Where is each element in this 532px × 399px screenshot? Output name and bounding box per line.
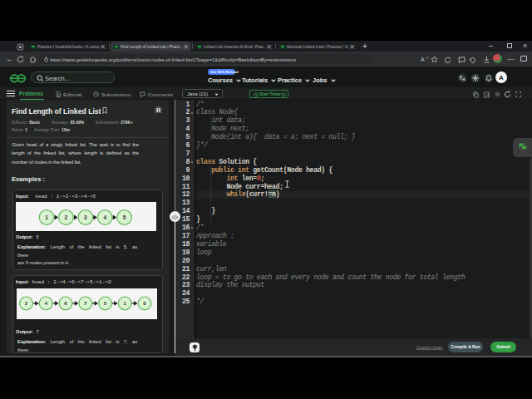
svg-text:6: 6 xyxy=(64,300,67,306)
svg-text:1: 1 xyxy=(123,300,126,306)
svg-text:2: 2 xyxy=(65,214,68,220)
svg-text:4: 4 xyxy=(44,300,47,306)
svg-text:1: 1 xyxy=(45,214,48,220)
svg-text:5: 5 xyxy=(104,300,107,306)
svg-text:4: 4 xyxy=(103,214,106,220)
svg-text:A: A xyxy=(499,74,504,81)
svg-text:7: 7 xyxy=(84,300,87,306)
svg-text:2: 2 xyxy=(25,300,28,306)
svg-text:5: 5 xyxy=(123,214,126,220)
svg-text:0: 0 xyxy=(143,300,146,306)
svg-text:3: 3 xyxy=(84,214,87,220)
